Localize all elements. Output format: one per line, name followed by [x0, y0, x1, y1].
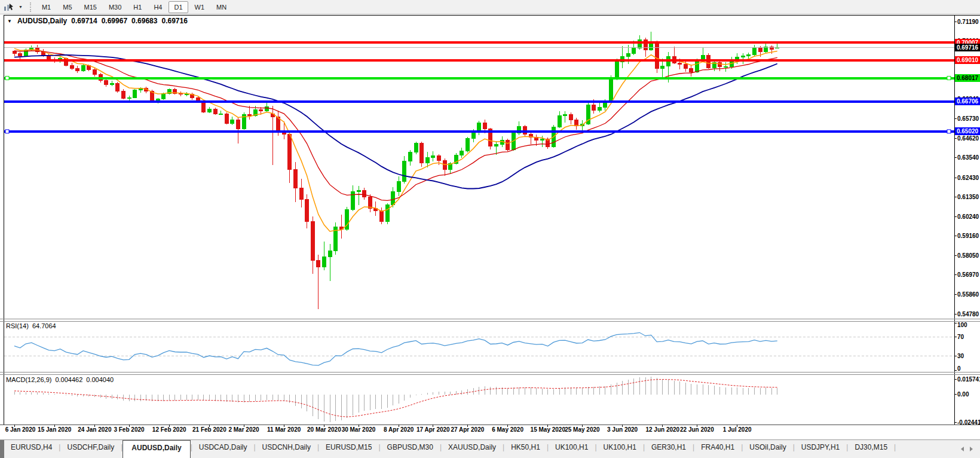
price-badge-bid[interactable]: 0.69716	[955, 44, 980, 51]
up-candle-body	[127, 97, 131, 98]
timeframe-toolbar: M1M5M15M30H1H4D1W1MN	[36, 1, 232, 13]
chart-tab-usoil-daily-13[interactable]: USOil,Daily	[743, 440, 792, 458]
ohlc-close: 0.69716	[161, 17, 187, 25]
chart-tab-hk50-h1-8[interactable]: HK50,H1	[504, 440, 547, 458]
price-badge-support-blue-2-text: 0.65020	[957, 128, 979, 135]
hline-endmark[interactable]	[947, 77, 951, 80]
up-candle-body	[219, 114, 223, 114]
timeframe-button-d1[interactable]: D1	[169, 1, 188, 13]
up-candle-body	[564, 114, 567, 115]
chart-tab-usdcnh-daily-4[interactable]: USDCNH,Daily	[256, 440, 317, 458]
chart-tab-dj30-m15-15[interactable]: DJ30,M15	[848, 440, 894, 458]
hline-endmark[interactable]	[5, 130, 9, 133]
chart-tab-ger30-h1-11[interactable]: GER30,H1	[645, 440, 693, 458]
down-candle-body	[363, 191, 366, 197]
price-badge-support-blue-2[interactable]: 0.65020	[955, 127, 980, 135]
up-candle-body	[425, 158, 429, 163]
down-candle-body	[379, 210, 383, 221]
timeframe-button-m5[interactable]: M5	[57, 1, 77, 13]
date-axis[interactable]: 6 Jan 202015 Jan 202024 Jan 20203 Feb 20…	[5, 425, 752, 433]
up-candle-body	[110, 83, 114, 84]
price-axis[interactable]: 0.711900.701000.690200.679200.668400.657…	[954, 19, 980, 317]
up-candle-body	[540, 139, 544, 140]
down-candle-body	[305, 200, 309, 221]
chart-tab-eurusd-m15-5[interactable]: EURUSD,M15	[319, 440, 378, 458]
chart-tab-eurusd-h4-0[interactable]: EURUSD,H4	[4, 440, 59, 458]
rsi-panel: 10070300	[4, 322, 967, 372]
down-candle-body	[76, 69, 79, 71]
up-candle-body	[604, 102, 607, 107]
down-candle-body	[575, 120, 578, 126]
ohlc-low: 0.69683	[131, 17, 157, 25]
down-candle-body	[236, 120, 240, 129]
chart-tab-fra40-h1-12[interactable]: FRA40,H1	[694, 440, 741, 458]
date-label: 1 Jul 2020	[723, 426, 752, 433]
date-label: 27 Apr 2020	[451, 426, 485, 433]
chart-tab-audusd-daily-2[interactable]: AUDUSD,Daily	[122, 440, 190, 458]
down-candle-body	[678, 63, 682, 64]
date-label: 21 Feb 2020	[192, 426, 226, 433]
up-candle-body	[494, 145, 498, 146]
chart-cursor-icon[interactable]	[3, 2, 15, 12]
up-candle-body	[558, 115, 561, 127]
timeframe-button-m30[interactable]: M30	[103, 1, 127, 13]
hline-endmark[interactable]	[947, 130, 951, 133]
down-candle-body	[483, 123, 486, 129]
macd-main-value: 0.004462	[55, 376, 82, 383]
toolbar-grip[interactable]	[30, 2, 31, 12]
down-candle-body	[288, 134, 292, 170]
price-tick-label: 0.64620	[957, 135, 979, 142]
down-candle-body	[70, 65, 74, 69]
up-candle-body	[231, 120, 234, 123]
macd-name: MACD(12,26,9)	[6, 376, 51, 383]
ohlc-open: 0.69714	[71, 17, 97, 25]
chart-tab-usdjpy-h1-14[interactable]: USDJPY,H1	[795, 440, 846, 458]
price-badge-resistance-2[interactable]: 0.69010	[955, 56, 980, 64]
down-candle-body	[443, 160, 446, 170]
up-candle-body	[391, 191, 395, 204]
timeframe-button-m15[interactable]: M15	[79, 1, 102, 13]
rsi-level-label: 70	[957, 334, 964, 340]
date-label: 15 Jan 2020	[38, 426, 72, 433]
rsi-indicator-label: RSI(14) 64.7064	[6, 322, 56, 329]
down-candle-body	[311, 221, 314, 260]
rsi-level-label: 100	[957, 322, 967, 328]
down-candle-body	[213, 109, 217, 114]
price-tick-label: 0.62430	[957, 175, 979, 181]
chart-tab-xauusd-daily-7[interactable]: XAUUSD,Daily	[442, 440, 503, 458]
chart-tab-usdchf-daily-1[interactable]: USDCHF,Daily	[60, 440, 121, 458]
price-badge-support-green[interactable]: 0.68017	[955, 74, 980, 82]
price-tick-label: 0.54780	[957, 311, 979, 317]
up-candle-body	[81, 66, 85, 71]
toolbar-dropdown-caret-icon[interactable]: ▼	[17, 5, 24, 9]
price-tick-label: 0.58050	[957, 252, 979, 259]
down-candle-body	[93, 70, 96, 75]
date-label: 3 Feb 2020	[114, 426, 145, 433]
date-label: 2 Mar 2020	[228, 426, 259, 433]
chart-tab-uk100-h1-10[interactable]: UK100,H1	[597, 440, 643, 458]
up-candle-body	[460, 151, 464, 155]
chart-tab-uk100-h1-9[interactable]: UK100,H1	[549, 440, 595, 458]
tab-scroll-right-icon[interactable]	[970, 447, 973, 451]
price-tick-label: 0.63540	[957, 154, 979, 161]
up-candle-body	[385, 205, 389, 221]
timeframe-button-h1[interactable]: H1	[128, 1, 147, 13]
date-label: 8 Apr 2020	[384, 426, 414, 433]
tab-scroll-left-icon[interactable]	[961, 447, 964, 451]
date-label: 12 Feb 2020	[152, 426, 186, 433]
hline-endmark[interactable]	[5, 77, 9, 80]
chart-tab-usdcad-daily-3[interactable]: USDCAD,Daily	[192, 440, 254, 458]
down-candle-body	[13, 51, 16, 54]
timeframe-button-m1[interactable]: M1	[36, 1, 56, 13]
timeframe-button-w1[interactable]: W1	[189, 1, 210, 13]
price-badge-support-blue-1[interactable]: 0.66706	[955, 97, 980, 105]
chart-menu-caret-icon[interactable]: ▼	[7, 19, 12, 24]
hline-support-green[interactable]	[4, 77, 954, 80]
down-candle-body	[299, 188, 303, 200]
chart-canvas[interactable]: 0.711900.701000.690200.679200.668400.657…	[0, 14, 980, 439]
timeframe-button-mn[interactable]: MN	[211, 1, 232, 13]
date-label: 17 Apr 2020	[416, 426, 450, 433]
timeframe-button-h4[interactable]: H4	[148, 1, 167, 13]
chart-tab-gbpusd-m30-6[interactable]: GBPUSD,M30	[381, 440, 440, 458]
tabbar-corner	[0, 440, 4, 458]
